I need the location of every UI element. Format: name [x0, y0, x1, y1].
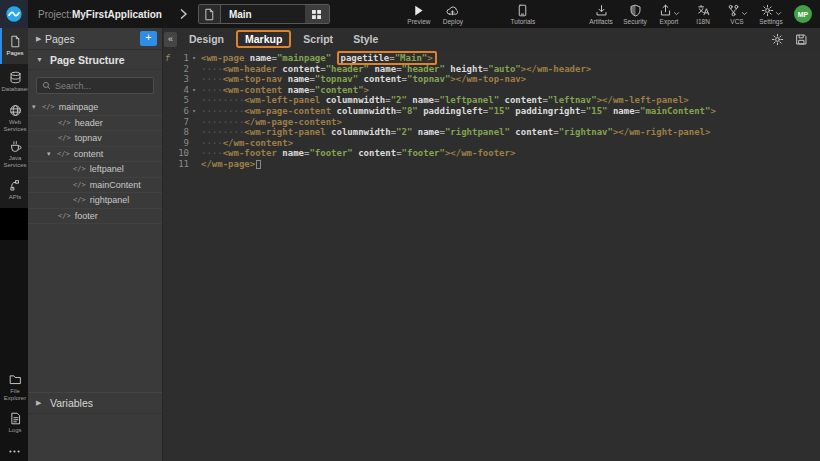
code-line-3[interactable]: 3····<wm-top-nav name="topnav" content="… [163, 74, 820, 85]
editor-gutter: f1▾ [163, 53, 199, 64]
code-line-text[interactable]: ····</wm-content> [199, 138, 293, 149]
rail-separator [0, 208, 28, 240]
action-label: Security [623, 18, 646, 25]
code-line-text[interactable]: ········<wm-right-panel columnwidth="2" … [199, 127, 710, 138]
page-selector[interactable]: Main [198, 4, 330, 24]
vcs-button[interactable]: VCS [720, 0, 754, 28]
preview-icon [412, 4, 425, 17]
tree-item-leftpanel[interactable]: </>leftpanel [28, 162, 162, 178]
markup-code-editor[interactable]: f1▾<wm-page name="mainpage" pagetitle="M… [163, 50, 820, 461]
code-line-8[interactable]: 8········<wm-right-panel columnwidth="2"… [163, 127, 820, 138]
tree-item-topnav[interactable]: </>topnav [28, 131, 162, 147]
code-line-4[interactable]: 4▾····<wm-content name="content"> [163, 85, 820, 96]
page-structure-tree: ▾</>mainpage</>header</>topnav▾</>conten… [28, 100, 162, 224]
code-line-text[interactable]: ········</wm-page-content> [199, 117, 342, 128]
editor-tabs: DesignMarkupScriptStyle [179, 30, 388, 48]
widget-code-icon: </> [73, 181, 86, 189]
search-icon [42, 81, 51, 90]
code-line-text[interactable]: ········<wm-left-panel columnwidth="2" n… [199, 95, 689, 106]
indent-guide: ···· [201, 74, 223, 84]
security-button[interactable]: Security [618, 0, 652, 28]
collapse-node-icon[interactable]: ▾ [32, 103, 42, 111]
file-explorer-icon [9, 373, 22, 386]
code-line-text[interactable]: ····<wm-top-nav name="topnav" content="t… [199, 74, 526, 85]
collapse-node-icon[interactable]: ▾ [47, 150, 57, 158]
page-grid-button[interactable] [305, 5, 329, 23]
code-line-text[interactable]: ····<wm-header content="header" name="he… [199, 64, 591, 75]
logo-icon [5, 5, 23, 23]
code-line-9[interactable]: 9····</wm-content> [163, 138, 820, 149]
artifacts-button[interactable]: Artifacts [584, 0, 618, 28]
code-line-text[interactable]: ····<wm-footer name="footer" content="fo… [199, 148, 515, 159]
pages-icon [9, 35, 22, 48]
fold-toggle-icon[interactable]: ▾ [189, 85, 199, 96]
avatar[interactable]: MP [794, 5, 812, 23]
tab-design[interactable]: Design [179, 30, 234, 48]
search-input[interactable] [55, 81, 148, 91]
tree-item-content[interactable]: ▾</>content [28, 147, 162, 163]
variables-header[interactable]: ▶ Variables [28, 392, 162, 414]
tutorials-button[interactable]: Tutorials [506, 0, 540, 28]
code-line-1[interactable]: f1▾<wm-page name="mainpage" pagetitle="M… [163, 53, 820, 64]
tree-item-header[interactable]: </>header [28, 116, 162, 132]
wavemaker-logo[interactable] [0, 0, 28, 28]
editor-gutter: 11 [163, 159, 199, 170]
line-number: 6 [172, 106, 189, 117]
tree-item-mainpage[interactable]: ▾</>mainpage [28, 100, 162, 116]
add-page-button[interactable]: + [140, 31, 157, 46]
sidebar-item-java-services[interactable]: Java Services [0, 136, 28, 172]
fold-toggle-icon[interactable]: ▾ [189, 106, 199, 117]
editor-gutter: 7 [163, 117, 199, 128]
code-line-7[interactable]: 7········</wm-page-content> [163, 117, 820, 128]
export-button[interactable]: Export [652, 0, 686, 28]
fold-toggle-icon[interactable]: ▾ [189, 53, 199, 64]
line-number: 3 [172, 74, 189, 85]
deploy-button[interactable]: Deploy [436, 0, 470, 28]
page-structure-header[interactable]: ▼ Page Structure [28, 50, 162, 70]
action-label: Export [660, 18, 679, 25]
markup-settings-button[interactable] [771, 33, 784, 46]
sidebar-item-web-services[interactable]: Web Services [0, 100, 28, 136]
editor-gutter: 9 [163, 138, 199, 149]
tree-item-rightpanel[interactable]: </>rightpanel [28, 193, 162, 209]
sidebar-item-logs[interactable]: Logs [0, 405, 28, 441]
line-number: 10 [172, 148, 189, 159]
page-file-icon [199, 5, 221, 23]
code-line-5[interactable]: 5········<wm-left-panel columnwidth="2" … [163, 95, 820, 106]
sidebar-item-file-explorer[interactable]: File Explorer [0, 369, 28, 405]
tab-markup[interactable]: Markup [236, 30, 291, 48]
tree-item-maincontent[interactable]: </>mainContent [28, 178, 162, 194]
settings-button[interactable]: Settings [754, 0, 788, 28]
web-services-icon [9, 104, 22, 117]
tree-item-label: topnav [75, 133, 102, 143]
panel-collapse-button[interactable]: « [164, 32, 177, 47]
preview-button[interactable]: Preview [402, 0, 436, 28]
editor-gutter: 3 [163, 74, 199, 85]
code-line-6[interactable]: 6▾········<wm-page-content columnwidth="… [163, 106, 820, 117]
rail-item-label: File Explorer [2, 388, 29, 401]
sidebar-item-more[interactable] [0, 441, 28, 461]
rail-item-label: Web Services [2, 119, 29, 132]
pages-panel-title: Pages [45, 33, 140, 45]
tab-style[interactable]: Style [343, 30, 388, 48]
gutter-marker [163, 106, 172, 117]
code-line-2[interactable]: 2····<wm-header content="header" name="h… [163, 64, 820, 75]
tree-item-footer[interactable]: </>footer [28, 209, 162, 225]
pages-panel-header[interactable]: ▶ Pages + [28, 28, 162, 50]
code-line-11[interactable]: 11</wm-page> [163, 159, 820, 170]
editor-gutter: 5 [163, 95, 199, 106]
tab-script[interactable]: Script [293, 30, 343, 48]
sidebar-item-apis[interactable]: APIs [0, 172, 28, 208]
code-line-text[interactable]: </wm-page> [199, 159, 261, 170]
sidebar-item-databases[interactable]: Databases [0, 64, 28, 100]
code-line-text[interactable]: ····<wm-content name="content"> [199, 85, 369, 96]
gutter-marker [163, 117, 172, 128]
save-button[interactable] [795, 33, 808, 46]
indent-guide: ········ [201, 106, 244, 116]
code-line-text[interactable]: <wm-page name="mainpage" pagetitle="Main… [199, 53, 437, 64]
i18n-button[interactable]: I18N [686, 0, 720, 28]
code-line-text[interactable]: ········<wm-page-content columnwidth="8"… [199, 106, 716, 117]
code-line-10[interactable]: 10····<wm-footer name="footer" content="… [163, 148, 820, 159]
sidebar-item-pages[interactable]: Pages [0, 28, 28, 64]
editor-gutter: 10 [163, 148, 199, 159]
